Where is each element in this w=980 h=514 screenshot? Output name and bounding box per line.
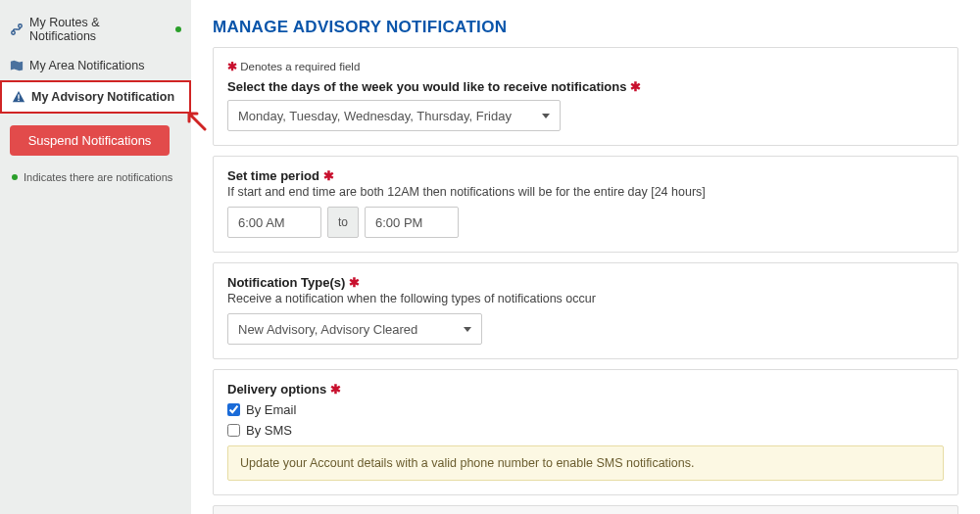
delivery-label: Delivery options ✱: [227, 382, 944, 397]
sidebar-item-label: My Area Notifications: [29, 59, 144, 72]
section-time: Set time period ✱ If start and end time …: [213, 156, 958, 253]
types-label: Notification Type(s) ✱: [227, 275, 944, 290]
days-label: Select the days of the week you would li…: [227, 79, 944, 94]
notification-dot-icon: [12, 174, 18, 180]
notification-dot-icon: [175, 26, 181, 32]
types-value: New Advisory, Advisory Cleared: [238, 322, 417, 337]
section-delivery: Delivery options ✱ By Email By SMS Updat…: [213, 369, 958, 495]
sidebar-item-advisory[interactable]: My Advisory Notification: [0, 80, 191, 114]
email-checkbox[interactable]: [227, 403, 240, 416]
section-days: ✱ Denotes a required field Select the da…: [213, 47, 958, 146]
page-title: MANAGE ADVISORY NOTIFICATION: [213, 18, 958, 37]
legend: Indicates there are notifications: [12, 171, 181, 183]
asterisk-icon: ✱: [349, 275, 360, 290]
sidebar-item-label: My Routes & Notifications: [29, 16, 170, 43]
warning-icon: [12, 90, 25, 104]
time-end-input[interactable]: 6:00 PM: [365, 207, 459, 238]
sms-checkbox-label: By SMS: [246, 423, 292, 438]
main-content: MANAGE ADVISORY NOTIFICATION ✱ Denotes a…: [191, 0, 980, 514]
svg-point-1: [19, 24, 23, 28]
required-note: ✱ Denotes a required field: [227, 60, 944, 73]
sidebar-item-routes[interactable]: My Routes & Notifications: [0, 8, 191, 51]
time-start-input[interactable]: 6:00 AM: [227, 207, 321, 238]
sidebar-item-label: My Advisory Notification: [31, 90, 174, 104]
time-label: Set time period ✱: [227, 168, 944, 183]
days-dropdown[interactable]: Monday, Tuesday, Wednesday, Thursday, Fr…: [227, 100, 561, 131]
svg-point-0: [12, 31, 16, 35]
section-types: Notification Type(s) ✱ Receive a notific…: [213, 262, 958, 359]
types-dropdown[interactable]: New Advisory, Advisory Cleared: [227, 313, 482, 345]
legend-text: Indicates there are notifications: [24, 171, 172, 183]
chevron-down-icon: [542, 114, 550, 118]
asterisk-icon: ✱: [630, 79, 641, 94]
sms-checkbox[interactable]: [227, 424, 240, 437]
asterisk-icon: ✱: [323, 168, 334, 183]
sidebar: My Routes & Notifications My Area Notifi…: [0, 0, 191, 514]
asterisk-icon: ✱: [330, 382, 341, 397]
route-icon: [10, 23, 24, 36]
sms-alert: Update your Account details with a valid…: [227, 445, 944, 481]
days-value: Monday, Tuesday, Wednesday, Thursday, Fr…: [238, 109, 512, 123]
section-actions: Subscribe to Advisory Notification: [213, 505, 958, 514]
svg-rect-2: [18, 94, 19, 98]
suspend-notifications-button[interactable]: Suspend Notifications: [10, 125, 170, 156]
time-to-label: to: [327, 207, 359, 238]
map-icon: [10, 59, 24, 72]
chevron-down-icon: [464, 327, 471, 332]
svg-rect-3: [18, 100, 19, 101]
sidebar-item-area[interactable]: My Area Notifications: [0, 51, 191, 80]
asterisk-icon: ✱: [227, 61, 237, 72]
email-checkbox-label: By Email: [246, 402, 296, 417]
types-help: Receive a notification when the followin…: [227, 292, 944, 305]
time-help: If start and end time are both 12AM then…: [227, 185, 944, 199]
